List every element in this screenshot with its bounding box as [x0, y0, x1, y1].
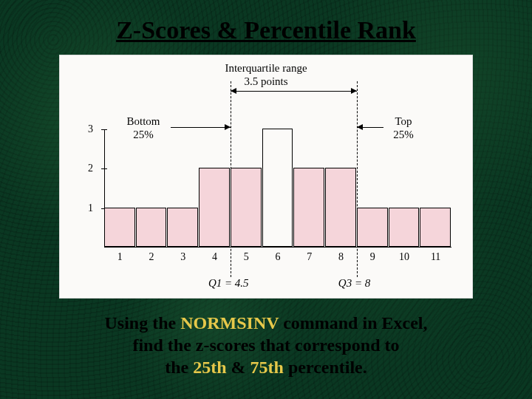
arrow-left-icon: [231, 88, 236, 94]
bar: [167, 208, 198, 247]
arrow-right-icon: [225, 124, 231, 130]
x-label: 3: [180, 251, 185, 263]
x-label: 8: [338, 251, 344, 263]
bar: [293, 168, 324, 247]
y-label: 1: [88, 202, 93, 214]
q1-label: Q1 = 4.5: [208, 277, 249, 290]
iqr-label-line2: 3.5 points: [244, 75, 287, 87]
bar: [136, 208, 167, 247]
histogram-figure: Interquartile range 3.5 points Bottom 25…: [59, 55, 473, 299]
bar: [104, 208, 135, 247]
x-label: 10: [399, 251, 409, 263]
cap-l1-post: command in Excel,: [279, 313, 427, 332]
y-tick: [101, 129, 107, 130]
arrow-left-icon: [357, 124, 363, 130]
cap-l2: find the z-scores that correspond to: [132, 335, 399, 355]
bar: [325, 168, 356, 247]
cap-l3-mid: &: [227, 358, 250, 377]
plot-area: 123: [104, 129, 451, 248]
iqr-arrow: [231, 91, 357, 92]
x-label: 6: [276, 251, 281, 263]
bottom-pct-l1: Bottom: [126, 115, 160, 127]
x-label: 2: [149, 251, 154, 263]
bar: [231, 168, 262, 247]
cap-l1-pre: Using the: [105, 313, 181, 332]
iqr-label: Interquartile range 3.5 points: [60, 61, 472, 88]
caption: Using the NORMSINV command in Excel, fin…: [0, 312, 532, 378]
bar: [199, 168, 230, 247]
arrow-right-icon: [351, 88, 357, 94]
cap-l3-hl1: 25th: [193, 358, 226, 377]
x-label: 1: [117, 251, 123, 263]
x-axis: [104, 247, 451, 248]
top-pct-l1: Top: [395, 115, 412, 127]
iqr-label-line1: Interquartile range: [225, 62, 307, 74]
x-label: 7: [307, 251, 312, 263]
cap-l1-hl: NORMSINV: [180, 313, 279, 332]
x-label: 5: [244, 251, 249, 263]
cap-l3-post: percentile.: [284, 358, 367, 377]
x-label: 9: [370, 251, 375, 263]
slide-title: Z-Scores & Percentile Rank: [0, 0, 532, 50]
q1-line: [231, 81, 231, 277]
bar: [357, 208, 388, 247]
bar: [420, 208, 451, 247]
y-label: 2: [88, 163, 93, 174]
x-label: 11: [431, 251, 440, 263]
q3-line: [357, 81, 358, 277]
q3-label: Q3 = 8: [338, 277, 370, 290]
y-tick: [101, 168, 107, 169]
cap-l3-hl2: 75th: [250, 358, 284, 377]
cap-l3-pre: the: [165, 358, 193, 377]
y-label: 3: [88, 123, 93, 135]
bar: [389, 208, 420, 247]
x-label: 4: [212, 251, 217, 263]
bottom-arrow: [171, 127, 231, 128]
bar: [262, 129, 293, 247]
